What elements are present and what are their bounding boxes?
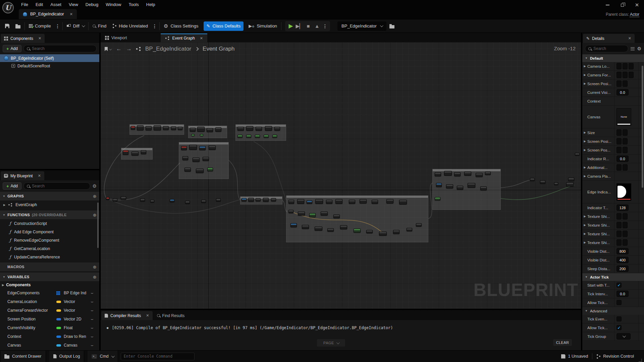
menu-asset[interactable]: Asset <box>47 0 65 9</box>
variable-row[interactable]: CurrentVisibilityFloat⌣ <box>0 323 99 332</box>
close-panel-icon[interactable]: ✕ <box>146 313 149 318</box>
variables-section-header[interactable]: ▼ VARIABLES ⊕ <box>0 273 99 281</box>
graph-node[interactable] <box>436 183 442 187</box>
property-value[interactable] <box>614 298 638 307</box>
compiler-results-tab[interactable]: Compiler Results ✕ <box>101 311 153 320</box>
graph-node[interactable] <box>554 182 558 185</box>
graph-node[interactable] <box>327 228 334 232</box>
gear-icon[interactable]: ⚙ <box>637 46 641 51</box>
menu-help[interactable]: Help <box>143 0 159 9</box>
compile-button[interactable]: ✓ Compile <box>26 19 54 33</box>
close-tab-icon[interactable]: ✕ <box>70 12 73 16</box>
property-value[interactable]: 200 <box>614 264 638 273</box>
variable-row[interactable]: CameraForwardVectorVector⌣ <box>0 306 99 315</box>
graph-node[interactable] <box>190 128 196 132</box>
value-field[interactable] <box>616 147 622 153</box>
function-row[interactable]: ƒUpdateCameraReference <box>0 253 99 261</box>
expand-icon[interactable]: ▶ <box>582 232 587 235</box>
property-value[interactable]: 0.0 <box>614 88 638 97</box>
breadcrumb-leaf[interactable]: Event Graph <box>203 46 234 52</box>
graph-node[interactable] <box>203 157 209 161</box>
graph-node[interactable] <box>265 126 272 131</box>
expand-icon[interactable]: ▶ <box>582 148 587 152</box>
property-value[interactable]: ✓ <box>614 323 638 332</box>
add-variable-icon[interactable]: ⊕ <box>93 275 97 280</box>
graph-node[interactable] <box>271 198 276 201</box>
resize-grip[interactable] <box>639 359 642 362</box>
property-value[interactable] <box>614 71 638 79</box>
value-field[interactable] <box>623 147 628 153</box>
details-section-actor-tick[interactable]: ▼Actor Tick <box>582 273 644 281</box>
console-command-input[interactable] <box>124 354 192 359</box>
menu-debug[interactable]: Debug <box>82 0 102 9</box>
play-options-icon[interactable]: ⋮ <box>321 23 329 29</box>
graph-node[interactable] <box>150 200 154 202</box>
graph-node[interactable] <box>393 230 399 234</box>
graph-node[interactable] <box>248 198 254 202</box>
value-field[interactable] <box>616 138 622 144</box>
gear-icon[interactable]: ⚙ <box>92 183 97 189</box>
value-field[interactable]: 0.0 <box>616 89 629 96</box>
my-blueprint-search-input[interactable] <box>32 184 87 188</box>
value-field[interactable] <box>616 129 622 136</box>
value-field[interactable]: 0.0 <box>616 156 629 162</box>
value-field[interactable] <box>616 72 622 78</box>
graph-node[interactable] <box>476 173 483 177</box>
checkbox[interactable]: ✓ <box>616 283 622 288</box>
property-value[interactable]: 128 <box>614 203 638 212</box>
graph-node[interactable] <box>146 126 152 130</box>
property-value[interactable] <box>614 230 638 238</box>
browse-content-button[interactable] <box>12 19 23 33</box>
graph-node[interactable] <box>468 183 475 188</box>
simulation-button[interactable]: ▶⚙ Simulation <box>246 19 280 33</box>
graph-node[interactable] <box>131 152 139 156</box>
expand-icon[interactable]: ▶ <box>582 73 587 76</box>
graph-node[interactable] <box>288 210 293 213</box>
close-panel-icon[interactable]: ✕ <box>38 36 41 41</box>
find-results-tab[interactable]: Find Results <box>153 311 189 320</box>
asset-thumbnail[interactable]: None <box>616 108 631 126</box>
my-blueprint-tab[interactable]: My Blueprint ✕ <box>1 171 44 180</box>
variables-category-components[interactable]: ▶ Components <box>0 281 99 289</box>
property-value[interactable] <box>614 315 638 323</box>
minimize-icon[interactable] <box>604 2 611 8</box>
graph-node[interactable] <box>321 212 328 216</box>
close-tab-icon[interactable]: ✕ <box>200 36 203 41</box>
property-value[interactable]: 0.0 <box>614 155 638 163</box>
macros-section-header[interactable]: MACROS ⊕ <box>0 262 99 271</box>
graph-node[interactable] <box>379 232 387 236</box>
graph-node[interactable] <box>207 168 213 171</box>
property-value[interactable] <box>614 62 638 70</box>
property-value[interactable] <box>614 221 638 229</box>
value-field[interactable] <box>623 239 628 246</box>
graph-node[interactable] <box>264 135 269 138</box>
graph-node[interactable] <box>485 172 491 175</box>
save-button[interactable] <box>2 19 12 33</box>
graph-node[interactable] <box>530 178 535 181</box>
event-graph-tab[interactable]: Event Graph ✕ <box>161 34 207 42</box>
graph-node[interactable] <box>241 198 247 201</box>
texture-thumbnail[interactable] <box>616 183 631 201</box>
graph-node[interactable] <box>349 200 355 204</box>
property-value[interactable] <box>614 212 638 221</box>
graph-node[interactable] <box>309 213 316 217</box>
graph-node[interactable] <box>141 150 146 154</box>
graph-node[interactable] <box>302 225 309 229</box>
graph-node[interactable] <box>246 135 251 138</box>
graph-node[interactable] <box>193 158 200 162</box>
graph-node[interactable] <box>171 126 176 130</box>
bookmark-dropdown[interactable] <box>105 47 112 51</box>
value-field[interactable] <box>623 72 628 78</box>
expand-icon[interactable]: ▶ <box>3 203 5 206</box>
graph-node[interactable] <box>566 182 574 186</box>
graph-node[interactable] <box>237 135 243 138</box>
value-field[interactable] <box>629 63 634 69</box>
property-value[interactable]: 800 <box>614 247 638 255</box>
details-search[interactable] <box>585 45 628 52</box>
value-field[interactable] <box>616 63 622 69</box>
expand-icon[interactable]: ▶ <box>582 175 587 178</box>
property-value[interactable] <box>614 146 638 154</box>
components-search-input[interactable] <box>32 46 93 51</box>
scrollbar-thumb[interactable] <box>642 66 643 188</box>
graph-node[interactable] <box>575 153 580 156</box>
